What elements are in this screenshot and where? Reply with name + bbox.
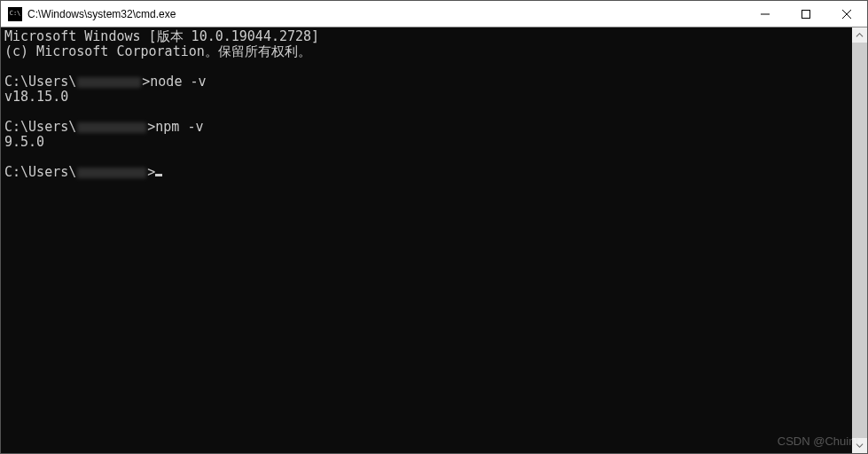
command-text: node -v bbox=[150, 74, 206, 90]
scroll-up-arrow[interactable] bbox=[852, 27, 867, 43]
cmd-icon bbox=[8, 7, 22, 21]
maximize-button[interactable] bbox=[786, 1, 826, 27]
window-titlebar: C:\Windows\system32\cmd.exe bbox=[1, 1, 867, 27]
command-text: npm -v bbox=[155, 119, 203, 135]
window-title: C:\Windows\system32\cmd.exe bbox=[27, 8, 745, 20]
terminal-output[interactable]: Microsoft Windows [版本 10.0.19044.2728](c… bbox=[1, 27, 852, 453]
redacted-username bbox=[77, 77, 141, 88]
window-controls bbox=[745, 1, 867, 27]
output-text: 9.5.0 bbox=[4, 134, 44, 150]
redacted-username bbox=[77, 168, 146, 178]
prompt-prefix: C:\Users\ bbox=[4, 74, 76, 90]
scroll-track[interactable] bbox=[852, 43, 867, 438]
redacted-username bbox=[77, 122, 146, 133]
svg-rect-1 bbox=[802, 10, 810, 18]
scroll-thumb[interactable] bbox=[852, 43, 867, 438]
prompt-prefix: C:\Users\ bbox=[4, 164, 76, 180]
copyright-text: (c) Microsoft Corporation。保留所有权利。 bbox=[4, 43, 311, 59]
prompt-suffix: > bbox=[147, 164, 155, 180]
prompt-prefix: C:\Users\ bbox=[4, 119, 76, 135]
banner-text: Microsoft Windows [版本 10.0.19044.2728] bbox=[4, 28, 319, 44]
cursor bbox=[155, 174, 162, 176]
output-text: v18.15.0 bbox=[4, 89, 68, 105]
terminal-area: Microsoft Windows [版本 10.0.19044.2728](c… bbox=[1, 27, 867, 453]
prompt-suffix: > bbox=[142, 74, 150, 90]
minimize-button[interactable] bbox=[745, 1, 786, 27]
close-button[interactable] bbox=[826, 1, 867, 27]
vertical-scrollbar[interactable] bbox=[852, 27, 867, 453]
prompt-suffix: > bbox=[147, 119, 155, 135]
scroll-down-arrow[interactable] bbox=[852, 438, 867, 453]
